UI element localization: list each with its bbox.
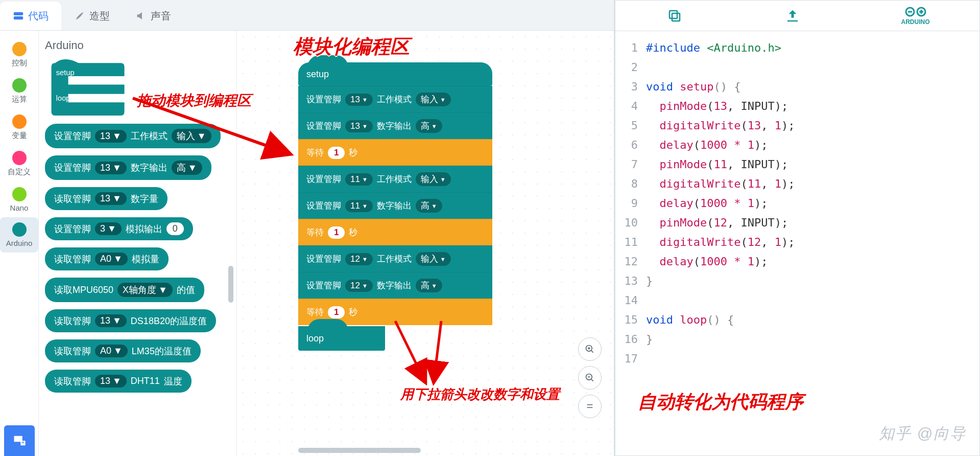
workspace-block[interactable]: 设置管脚11▼数字输出高▼	[298, 192, 492, 219]
palette-block[interactable]: 设置管脚13▼数字输出高▼	[45, 155, 211, 180]
block-dropdown[interactable]: X轴角度▼	[117, 283, 173, 297]
zoom-out-button[interactable]	[578, 366, 602, 390]
upload-button[interactable]	[783, 7, 802, 25]
code-line: void loop() {	[646, 310, 979, 330]
code-line: #include <Arduino.h>	[646, 38, 979, 58]
block-text: 秒	[349, 147, 357, 158]
block-dropdown[interactable]: 高▼	[172, 161, 202, 175]
workspace-block[interactable]: 设置管脚12▼数字输出高▼	[298, 272, 492, 299]
block-text: 数字量	[131, 193, 158, 205]
block-dropdown[interactable]: A0▼	[95, 345, 128, 357]
workspace-block[interactable]: 等待1秒	[298, 219, 492, 245]
code-line: digitalWrite(12, 1);	[646, 233, 979, 252]
block-text: 读取管脚	[54, 193, 91, 205]
category-Nano[interactable]: Nano	[0, 182, 38, 217]
svg-rect-15	[672, 13, 680, 21]
block-number-input[interactable]: 1	[328, 147, 345, 159]
block-number-input[interactable]: 1	[328, 306, 345, 318]
block-dropdown[interactable]: 13▼	[345, 120, 373, 132]
block-dropdown[interactable]: 高▼	[416, 119, 442, 133]
category-控制[interactable]: 控制	[0, 37, 38, 73]
block-dropdown[interactable]: 12▼	[345, 253, 373, 265]
block-text: 设置管脚	[306, 253, 341, 265]
palette-hat-block[interactable]: setup loop	[45, 59, 132, 116]
editor-body: 控制运算变量自定义NanoArduino+ Arduino setup loop…	[0, 31, 614, 456]
block-text: 模拟输出	[126, 223, 162, 235]
arduino-logo-text: ARDUINO	[901, 18, 930, 26]
category-Arduino[interactable]: Arduino	[0, 217, 38, 253]
workspace-block[interactable]: 设置管脚11▼工作模式输入▼	[298, 166, 492, 192]
block-text: 设置管脚	[54, 223, 91, 235]
palette-block[interactable]: 读取管脚A0▼模拟量	[45, 247, 169, 270]
tab-code[interactable]: 代码	[0, 2, 61, 30]
workspace-block[interactable]: 设置管脚13▼数字输出高▼	[298, 112, 492, 139]
zoom-reset-button[interactable]: =	[578, 395, 602, 418]
palette-block[interactable]: 设置管脚3▼模拟输出0	[45, 217, 193, 240]
tab-costume[interactable]: 造型	[61, 2, 123, 30]
block-dropdown[interactable]: 3▼	[95, 222, 122, 235]
block-number-input[interactable]: 1	[328, 226, 345, 239]
block-dropdown[interactable]: 高▼	[416, 199, 442, 213]
palette-block[interactable]: 读取管脚13▼DS18B20的温度值	[45, 309, 216, 332]
copy-button[interactable]	[665, 7, 684, 25]
palette-scrollbar[interactable]	[228, 266, 233, 303]
add-extension-button[interactable]: +	[4, 425, 35, 456]
workspace-block[interactable]: 设置管脚12▼工作模式输入▼	[298, 245, 492, 272]
block-text: 温度	[164, 375, 182, 387]
category-运算[interactable]: 运算	[0, 73, 38, 109]
block-text: 秒	[349, 226, 357, 238]
palette-block[interactable]: 读取管脚A0▼LM35的温度值	[45, 339, 201, 362]
block-number-input[interactable]: 0	[166, 222, 184, 235]
block-text: 等待	[306, 147, 324, 158]
category-变量[interactable]: 变量	[0, 109, 38, 146]
block-dropdown[interactable]: 13▼	[95, 192, 127, 205]
block-dropdown[interactable]: 11▼	[345, 200, 373, 212]
code-line: delay(1000 * 1);	[646, 252, 979, 271]
block-text: DHT11	[131, 376, 160, 386]
svg-rect-1	[14, 16, 23, 19]
block-dropdown[interactable]: 12▼	[345, 280, 373, 292]
workspace-block[interactable]: 设置管脚13▼工作模式输入▼	[298, 86, 492, 112]
workspace-stack[interactable]: setup 设置管脚13▼工作模式输入▼设置管脚13▼数字输出高▼等待1秒设置管…	[298, 62, 492, 351]
zoom-in-button[interactable]	[578, 337, 602, 361]
workspace[interactable]: setup 设置管脚13▼工作模式输入▼设置管脚13▼数字输出高▼等待1秒设置管…	[237, 31, 614, 456]
ws-setup-hat[interactable]: setup	[298, 62, 492, 86]
block-text: 等待	[306, 306, 324, 318]
category-label: 运算	[12, 95, 27, 104]
block-dropdown[interactable]: 输入▼	[416, 252, 451, 266]
category-dot-icon	[12, 187, 27, 201]
tab-sound-label: 声音	[151, 9, 171, 23]
block-dropdown[interactable]: 输入▼	[416, 172, 451, 186]
block-dropdown[interactable]: 13▼	[95, 314, 127, 327]
tab-code-label: 代码	[28, 9, 49, 23]
block-dropdown[interactable]: 13▼	[345, 94, 373, 106]
block-text: 的值	[177, 284, 195, 296]
block-dropdown[interactable]: 输入▼	[172, 129, 211, 143]
block-dropdown[interactable]: 13▼	[95, 375, 127, 387]
block-dropdown[interactable]: A0▼	[95, 253, 128, 265]
palette-block-list: 设置管脚13▼工作模式输入▼设置管脚13▼数字输出高▼读取管脚13▼数字量设置管…	[45, 124, 230, 400]
block-text: 设置管脚	[54, 130, 91, 142]
workspace-block[interactable]: 等待1秒	[298, 139, 492, 166]
block-text: 读取MPU6050	[54, 284, 113, 296]
workspace-scrollbar-h[interactable]	[298, 448, 421, 453]
tab-sound[interactable]: 声音	[123, 2, 184, 30]
palette-block[interactable]: 读取MPU6050X轴角度▼的值	[45, 278, 204, 302]
code-line: delay(1000 * 1);	[646, 135, 979, 155]
code-line: }	[646, 330, 979, 349]
block-dropdown[interactable]: 11▼	[345, 173, 373, 186]
block-text: 秒	[349, 306, 357, 318]
palette-block[interactable]: 设置管脚13▼工作模式输入▼	[45, 124, 221, 148]
block-dropdown[interactable]: 高▼	[416, 279, 442, 292]
palette-block[interactable]: 读取管脚13▼数字量	[45, 187, 168, 210]
palette-block[interactable]: 读取管脚13▼DHT11温度	[45, 370, 192, 393]
block-text: 数字输出	[377, 280, 412, 291]
block-dropdown[interactable]: 13▼	[95, 162, 127, 174]
block-dropdown[interactable]: 13▼	[95, 130, 127, 143]
tab-costume-label: 造型	[89, 9, 110, 23]
category-自定义[interactable]: 自定义	[0, 146, 38, 182]
block-dropdown[interactable]: 输入▼	[416, 93, 451, 106]
block-text: 设置管脚	[306, 200, 341, 212]
ws-loop-hat[interactable]: loop	[298, 326, 385, 351]
code-line: digitalWrite(13, 1);	[646, 116, 979, 135]
